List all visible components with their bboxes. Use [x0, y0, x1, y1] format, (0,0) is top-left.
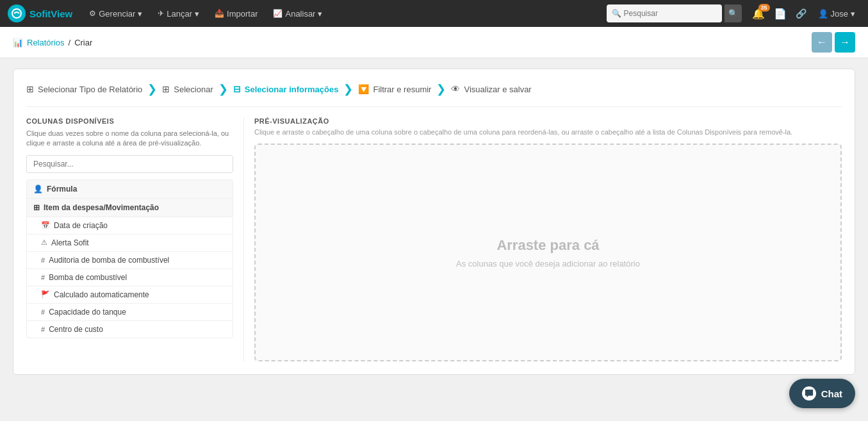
launch-icon: ✈ — [158, 9, 164, 18]
right-panel: PRÉ-VISUALIZAÇÃO Clique e arraste o cabe… — [244, 117, 842, 361]
nav-arrow-buttons: ← → — [812, 32, 855, 53]
breadcrumb-bar: 📊 Relatórios / Criar ← → — [0, 27, 868, 58]
wizard-step-4[interactable]: 🔽 Filtrar e resumir — [358, 84, 431, 94]
left-panel-title: COLUNAS DISPONÍVEIS — [26, 117, 233, 125]
calendar-icon: 📅 — [41, 221, 50, 229]
list-item[interactable]: ⚠ Alerta Sofit — [27, 235, 233, 252]
preview-drop-area[interactable]: Arraste para cá As colunas que você dese… — [254, 144, 842, 361]
search-icon: 🔍 — [612, 9, 621, 18]
user-chevron-icon: ▾ — [851, 9, 855, 19]
wizard-steps: ⊞ Selecionar Tipo de Relatório ❯ ⊞ Selec… — [26, 82, 842, 107]
reports-icon: 📊 — [13, 38, 23, 47]
hash-icon: # — [41, 326, 45, 333]
list-item[interactable]: # Auditoria de bomba de combustível — [27, 252, 233, 269]
step1-icon: ⊞ — [26, 84, 34, 94]
documents-button[interactable]: 📄 — [771, 5, 789, 22]
breadcrumb-current: Criar — [74, 38, 92, 47]
step3-icon: ⊟ — [233, 84, 241, 94]
notifications-button[interactable]: 🔔 35 — [749, 5, 767, 22]
list-item[interactable]: 🚩 Calculado automaticamente — [27, 286, 233, 304]
breadcrumb-separator: / — [69, 38, 71, 47]
search-input[interactable] — [624, 9, 714, 18]
step-arrow-1: ❯ — [147, 82, 157, 96]
main-content: ⊞ Selecionar Tipo de Relatório ❯ ⊞ Selec… — [0, 58, 868, 385]
step5-icon: 👁 — [451, 84, 460, 94]
svg-point-0 — [12, 9, 21, 18]
hash-icon: # — [41, 308, 45, 316]
nav-gerenciar[interactable]: ⚙ Gerenciar ▾ — [83, 6, 149, 21]
column-search-input[interactable] — [26, 155, 233, 173]
hash-icon: # — [41, 256, 45, 264]
warning-icon: ⚠ — [41, 238, 47, 247]
forward-button[interactable]: → — [835, 32, 855, 53]
flag-icon: 🚩 — [41, 290, 50, 299]
columns-layout: COLUNAS DISPONÍVEIS Clique duas vezes so… — [26, 117, 842, 361]
list-item[interactable]: 📅 Data de criação — [27, 217, 233, 235]
chevron-down-icon: ▾ — [195, 9, 199, 19]
chart-icon: 📈 — [273, 9, 283, 18]
wizard-step-3[interactable]: ⊟ Selecionar informações — [233, 84, 339, 94]
list-item[interactable]: # Centro de custo — [27, 321, 233, 338]
step-arrow-2: ❯ — [218, 82, 228, 96]
nav-lancar[interactable]: ✈ Lançar ▾ — [151, 6, 206, 21]
header-right-icons: 🔔 35 📄 🔗 👤 Jose ▾ — [749, 5, 860, 22]
preview-title: PRÉ-VISUALIZAÇÃO — [254, 117, 842, 125]
breadcrumb-link[interactable]: Relatórios — [27, 38, 65, 47]
breadcrumb: 📊 Relatórios / Criar — [13, 38, 92, 47]
column-search-wrap — [26, 155, 233, 173]
wizard-step-2[interactable]: ⊞ Selecionar — [162, 84, 213, 94]
list-item[interactable]: # Bomba de combustível — [27, 269, 233, 286]
logo-icon — [8, 4, 26, 22]
back-button[interactable]: ← — [812, 32, 832, 53]
column-list: 👤 Fórmula ⊞ Item da despesa/Movimentação… — [26, 179, 233, 338]
chevron-down-icon: ▾ — [138, 9, 142, 19]
step2-icon: ⊞ — [162, 84, 170, 94]
network-button[interactable]: 🔗 — [793, 6, 809, 21]
user-icon: 👤 — [818, 9, 828, 19]
logo-text: SofitView — [29, 8, 72, 19]
wizard-step-5[interactable]: 👁 Visualizar e salvar — [451, 84, 531, 94]
nav-analisar[interactable]: 📈 Analisar ▾ — [266, 6, 329, 21]
left-panel: COLUNAS DISPONÍVEIS Clique duas vezes so… — [26, 117, 244, 361]
wizard-card: ⊞ Selecionar Tipo de Relatório ❯ ⊞ Selec… — [13, 69, 855, 375]
chat-button[interactable]: Chat — [789, 379, 855, 385]
left-panel-desc: Clique duas vezes sobre o nome da coluna… — [26, 129, 233, 149]
group-formula[interactable]: 👤 Fórmula — [27, 180, 233, 199]
drop-main-text: Arraste para cá — [496, 237, 599, 254]
step-arrow-4: ❯ — [436, 82, 446, 96]
formula-group-icon: 👤 — [33, 185, 43, 194]
list-item[interactable]: # Capacidade do tanque — [27, 304, 233, 321]
drop-sub-text: As colunas que você deseja adicionar ao … — [456, 259, 640, 268]
user-menu-button[interactable]: 👤 Jose ▾ — [813, 6, 860, 21]
group-item-despesa[interactable]: ⊞ Item da despesa/Movimentação — [27, 199, 233, 217]
search-button[interactable]: 🔍 — [725, 4, 742, 22]
top-navigation: SofitView ⚙ Gerenciar ▾ ✈ Lançar ▾ 📥 Imp… — [0, 0, 868, 27]
step4-icon: 🔽 — [358, 84, 369, 94]
wizard-step-1[interactable]: ⊞ Selecionar Tipo de Relatório — [26, 84, 142, 94]
notifications-badge: 35 — [758, 4, 770, 12]
search-container: 🔍 — [607, 4, 722, 22]
app-logo[interactable]: SofitView — [8, 4, 72, 22]
hash-icon: # — [41, 274, 45, 281]
chevron-down-icon: ▾ — [318, 9, 322, 19]
preview-desc: Clique e arraste o cabeçalho de uma colu… — [254, 128, 842, 137]
import-icon: 📥 — [215, 9, 224, 18]
gear-icon: ⚙ — [89, 9, 96, 18]
step-arrow-3: ❯ — [343, 82, 353, 96]
nav-importar[interactable]: 📥 Importar — [208, 6, 264, 21]
item-despesa-group-icon: ⊞ — [33, 203, 40, 212]
